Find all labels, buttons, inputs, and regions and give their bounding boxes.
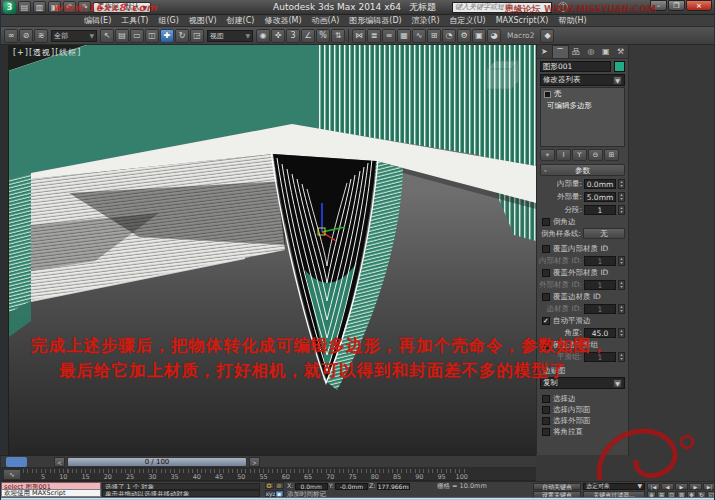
tab-utilities[interactable]: ⚒	[613, 45, 628, 58]
auto-key-button[interactable]: 自动关键点	[533, 483, 581, 490]
previous-frame-icon[interactable]: ◀	[661, 483, 674, 490]
unlink-selection-icon[interactable]: ⊘	[19, 29, 33, 43]
z-coordinate-field[interactable]: 177.966mm	[377, 483, 410, 490]
teapot-render-icon[interactable]: ◆	[540, 29, 554, 43]
absolute-mode-icon[interactable]: xyz	[265, 490, 274, 497]
angle-field[interactable]: 45.0	[584, 328, 616, 338]
graphite-ribbon-icon[interactable]: ▦	[397, 29, 411, 43]
menu-item[interactable]: 图形编辑器(D)	[344, 15, 406, 26]
rectangular-region-icon[interactable]: ▭	[130, 29, 144, 43]
inner-amount-field[interactable]: 0.0mm	[584, 179, 616, 189]
selection-filter-dropdown[interactable]: 全部 ▼	[51, 30, 97, 42]
new-file-icon[interactable]: ▤	[18, 1, 31, 13]
snap-toggle-3d-icon[interactable]: 3	[286, 29, 300, 43]
select-and-scale-icon[interactable]: ◲	[190, 29, 204, 43]
menu-item[interactable]: 视图(V)	[184, 15, 222, 26]
listener-pink-line[interactable]: select 图形001	[1, 482, 101, 489]
override-inner-id-checkbox[interactable]	[542, 245, 550, 253]
pin-stack-button[interactable]: ⌖	[540, 149, 555, 161]
close-button[interactable]: ×	[686, 0, 712, 11]
layer-manager-icon[interactable]: ≡	[382, 29, 396, 43]
menu-item[interactable]: 修改器(M)	[259, 15, 306, 26]
viewport-label[interactable]: [+][透视][线框]	[13, 47, 81, 58]
reference-coordinate-dropdown[interactable]: 视图 ▼	[207, 30, 253, 42]
menu-item[interactable]: 编辑(E)	[79, 15, 116, 26]
render-production-icon[interactable]: ◕	[487, 29, 501, 43]
tab-motion[interactable]: ◎	[583, 45, 598, 58]
go-to-end-icon[interactable]: ▶|	[703, 483, 715, 490]
open-file-icon[interactable]: ▥	[33, 1, 46, 13]
isolate-selection-icon[interactable]: ✪	[265, 482, 274, 489]
inner-id-spinner[interactable]	[618, 256, 625, 266]
mini-curve-editor-button[interactable]: ∿	[3, 469, 21, 480]
bind-to-space-warp-icon[interactable]: ≋	[34, 29, 48, 43]
segments-field[interactable]: 1	[584, 205, 616, 215]
bevel-spline-button[interactable]: 无	[583, 228, 625, 239]
edge-mapping-dropdown[interactable]: 复制 ▼	[540, 377, 625, 389]
outer-amount-field[interactable]: 5.0mm	[584, 192, 616, 202]
camera-icon[interactable]: ▣	[275, 490, 284, 497]
tab-display[interactable]: ▣	[598, 45, 613, 58]
override-outer-id-checkbox[interactable]	[542, 269, 550, 277]
go-to-start-icon[interactable]: |◀	[647, 483, 660, 490]
menu-item[interactable]: 渲染(R)	[407, 15, 445, 26]
inner-amount-spinner[interactable]	[618, 179, 625, 189]
angle-spinner[interactable]	[618, 328, 625, 338]
object-color-swatch[interactable]	[614, 61, 625, 72]
next-frame-arrow[interactable]: >	[249, 457, 260, 467]
menu-item[interactable]: 组(G)	[153, 15, 183, 26]
window-crossing-icon[interactable]: ◫	[145, 29, 159, 43]
curve-editor-icon[interactable]: ∿	[412, 29, 426, 43]
percent-snap-icon[interactable]: %	[316, 29, 330, 43]
angle-snap-icon[interactable]: ∠	[301, 29, 315, 43]
x-coordinate-field[interactable]: 0.0mm	[295, 483, 328, 490]
tab-create[interactable]: ➤	[537, 45, 552, 58]
schematic-view-icon[interactable]: ⊞	[427, 29, 441, 43]
override-smooth-checkbox[interactable]	[542, 341, 550, 349]
track-bar[interactable]: ∿ 51015202530354045505560657075808590951…	[1, 468, 536, 481]
menu-item[interactable]: 帮助(H)	[553, 15, 591, 26]
y-coordinate-field[interactable]: -0.0mm	[335, 483, 368, 490]
show-end-result-button[interactable]: I	[556, 149, 571, 161]
outer-amount-spinner[interactable]	[618, 192, 625, 202]
tab-hierarchy[interactable]: 品	[569, 45, 584, 58]
maxscript-mini-listener[interactable]: select 图形001 欢迎使用 MAXScript	[1, 482, 101, 497]
remove-modifier-button[interactable]: ⊝	[588, 149, 603, 161]
auto-smooth-checkbox[interactable]: ✓	[542, 317, 550, 325]
spinner-snap-icon[interactable]: ⇅	[331, 29, 345, 43]
object-name-field[interactable]: 图形001	[540, 61, 611, 72]
select-by-name-icon[interactable]: ▤	[115, 29, 129, 43]
perspective-viewport[interactable]: [+][透视][线框]	[9, 45, 536, 455]
use-pivot-point-icon[interactable]: ◉	[256, 29, 270, 43]
modifier-stack-item[interactable]: 可编辑多边形	[541, 100, 624, 112]
parameters-rollout-header[interactable]: - 参数	[540, 164, 625, 176]
material-editor-icon[interactable]: ◔	[442, 29, 456, 43]
segments-spinner[interactable]	[618, 205, 625, 215]
rendered-frame-icon[interactable]: ▣	[472, 29, 486, 43]
select-and-manipulate-icon[interactable]: ✜	[271, 29, 285, 43]
outer-id-field[interactable]: 1	[584, 280, 616, 290]
track-bar-ruler[interactable]: 5101520253035404550556065707580859095100	[23, 469, 468, 480]
view-cube[interactable]	[487, 61, 519, 89]
make-unique-button[interactable]: Y	[572, 149, 587, 161]
inner-id-field[interactable]: 1	[584, 256, 616, 266]
key-filter-dropdown[interactable]: 选定对象 ▼	[583, 483, 645, 490]
menu-item[interactable]: 工具(T)	[116, 15, 153, 26]
viewport-3d-scene[interactable]	[9, 45, 536, 455]
time-slider-handle[interactable]: 0 / 100	[67, 457, 247, 467]
maximize-button[interactable]: ❐	[668, 0, 685, 11]
menu-item[interactable]: 创建(C)	[222, 15, 260, 26]
align-icon[interactable]: ≣	[367, 29, 381, 43]
edge-id-spinner[interactable]	[618, 304, 625, 314]
smooth-group-field[interactable]: 1	[584, 352, 616, 362]
select-object-icon[interactable]: ↖	[100, 29, 114, 43]
override-edge-id-checkbox[interactable]	[542, 293, 550, 301]
select-outer-checkbox[interactable]	[542, 417, 550, 425]
select-inner-checkbox[interactable]	[542, 406, 550, 414]
mirror-icon[interactable]: ⋈	[352, 29, 366, 43]
modifier-list-dropdown[interactable]: 修改器列表 ▼	[540, 74, 625, 86]
outer-id-spinner[interactable]	[618, 280, 625, 290]
select-edge-checkbox[interactable]	[542, 395, 550, 403]
configure-modifier-sets-button[interactable]: ⊞	[604, 149, 619, 161]
previous-frame-arrow[interactable]: <	[54, 457, 65, 467]
